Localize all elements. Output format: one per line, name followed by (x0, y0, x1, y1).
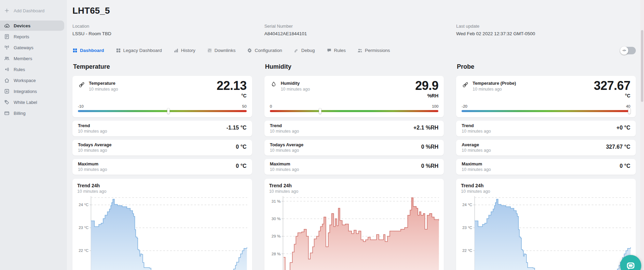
section-title: Probe (457, 63, 636, 70)
svg-text:24 °C: 24 °C (462, 203, 472, 207)
stat-label: Maximum (462, 161, 630, 166)
gauge-timestamp: 10 minutes ago (472, 87, 516, 92)
tab-label: Permissions (365, 48, 390, 53)
gauge-label: Temperature (89, 81, 118, 86)
sliders-icon (207, 48, 212, 53)
app-root: Add Dashboard Devices Reports Gateways M… (0, 0, 644, 270)
sidebar-item-white-label[interactable]: White Label (0, 97, 67, 107)
tab-permissions[interactable]: Permissions (357, 46, 390, 54)
sidebar-item-rules[interactable]: Rules (0, 64, 67, 75)
tab-configuration[interactable]: Configuration (247, 46, 282, 54)
meta-label: Location (72, 24, 252, 29)
column-temperature: Temperature Temperature 10 minutes ago 2… (72, 63, 252, 270)
scrollbar-thumb[interactable] (641, 30, 643, 102)
trend-timestamp: 10 minutes ago (461, 189, 631, 194)
stat-value: 327.67 °C (606, 144, 630, 150)
gauge-unit: °C (241, 93, 247, 98)
tab-debug[interactable]: Debug (294, 46, 315, 54)
tab-dashboard[interactable]: Dashboard (72, 46, 104, 54)
stat-label: Average (462, 142, 630, 147)
gear-icon (247, 48, 252, 53)
stat-row-trend: Trend 10 minutes ago -1.15 °C (72, 121, 252, 136)
gauge-timestamp: 10 minutes ago (89, 87, 118, 92)
report-icon (4, 34, 10, 39)
trend-title: Trend 24h (461, 183, 631, 188)
stat-label: Maximum (270, 161, 439, 166)
gauge-min: -20 (462, 104, 467, 108)
stat-value: +0 °C (616, 125, 630, 131)
sidebar-item-integrations[interactable]: Integrations (0, 86, 67, 96)
sidebar-item-members[interactable]: Members (0, 53, 67, 64)
svg-text:23 °C: 23 °C (462, 226, 472, 230)
meta-last-update: Last update Wed Feb 02 2022 12:37:32 GMT… (456, 24, 636, 36)
main-content: LHT65_5 Location LSSU - Room TBD Serial … (67, 0, 644, 270)
sidebar-item-label: White Label (14, 100, 37, 105)
stat-value: 0 °C (236, 163, 246, 169)
stat-label: Trend (78, 123, 247, 128)
sidebar-item-reports[interactable]: Reports (0, 31, 67, 42)
sidebar-item-label: Gateways (14, 45, 33, 50)
svg-text:22 °C: 22 °C (462, 249, 472, 253)
sidebar-item-label: Workspace (14, 78, 36, 83)
svg-text:31 %: 31 % (272, 199, 280, 203)
tab-bar: Dashboard Legacy Dashboard History Downl… (72, 46, 636, 54)
sidebar-item-devices[interactable]: Devices (0, 21, 64, 31)
gauge-value: 22.13 (217, 79, 247, 93)
tab-label: Debug (301, 48, 315, 53)
meta-value: LSSU - Room TBD (72, 31, 252, 36)
area-chart-humidity: 31 %30 %29 %28 %27 % (269, 195, 439, 270)
gauge-card-probe: Temperature (Probe) 10 minutes ago 327.6… (456, 76, 636, 117)
gauge-unit: °C (625, 93, 630, 98)
trend-chart-card-temperature: Trend 24h 10 minutes ago 24 °C23 °C22 °C… (72, 179, 252, 270)
tab-legacy-dashboard[interactable]: Legacy Dashboard (116, 46, 162, 54)
gauge-marker (628, 108, 630, 114)
tab-downlinks[interactable]: Downlinks (207, 46, 236, 54)
svg-text:23 °C: 23 °C (79, 226, 88, 230)
tab-history[interactable]: History (174, 46, 195, 54)
stat-row-average: Todays Average 10 minutes ago 0 %RH (264, 140, 444, 156)
grid-icon (116, 48, 121, 53)
speech-bubble-icon (327, 48, 332, 53)
stat-timestamp: 10 minutes ago (78, 167, 247, 172)
stat-value: 0 %RH (421, 163, 439, 169)
grid-icon (72, 48, 78, 53)
gauge-max: 100 (432, 104, 438, 108)
page-title: LHT65_5 (72, 5, 636, 16)
tab-label: History (181, 48, 195, 53)
trend-timestamp: 10 minutes ago (269, 189, 439, 194)
stat-row-maximum: Maximum 10 minutes ago 0 °C (456, 159, 636, 175)
stat-value: 0 %RH (421, 144, 439, 150)
code-icon: </> (620, 46, 628, 55)
tab-label: Legacy Dashboard (123, 48, 162, 53)
tab-rules[interactable]: Rules (327, 46, 346, 54)
stat-timestamp: 10 minutes ago (78, 129, 247, 134)
sidebar-item-label: Reports (14, 34, 29, 39)
trend-timestamp: 10 minutes ago (77, 189, 247, 194)
gauge-unit: %RH (427, 93, 439, 98)
gauge-marker (319, 108, 321, 114)
stat-timestamp: 10 minutes ago (462, 167, 630, 172)
gauge-value: 327.67 (594, 79, 630, 93)
add-dashboard-label: Add Dashboard (14, 8, 44, 13)
svg-text:24 °C: 24 °C (79, 203, 88, 207)
gauge-label: Temperature (Probe) (472, 81, 516, 86)
stat-label: Todays Average (270, 142, 439, 147)
add-dashboard-button[interactable]: Add Dashboard (0, 5, 67, 16)
area-chart-probe: 24 °C23 °C22 °C21 °C (461, 195, 631, 270)
meta-location: Location LSSU - Room TBD (72, 24, 252, 36)
sidebar-item-workspace[interactable]: Workspace (0, 75, 67, 85)
droplet-icon (270, 81, 277, 89)
svg-text:28 %: 28 % (272, 252, 280, 256)
trend-chart-card-probe: Trend 24h 10 minutes ago 24 °C23 °C22 °C… (456, 179, 636, 270)
sidebar-item-gateways[interactable]: Gateways (0, 42, 67, 53)
stat-timestamp: 10 minutes ago (270, 167, 439, 172)
bar-chart-icon (174, 48, 179, 53)
chat-icon (625, 260, 636, 270)
code-view-toggle[interactable]: </> (620, 47, 636, 54)
sidebar-item-label: Rules (14, 67, 25, 72)
meta-serial-number: Serial Number A840412AE1844101 (264, 24, 444, 36)
plus-icon (4, 8, 10, 13)
tab-label: Dashboard (80, 48, 104, 53)
sidebar-item-billing[interactable]: Billing (0, 108, 67, 118)
stat-label: Todays Average (78, 142, 247, 147)
